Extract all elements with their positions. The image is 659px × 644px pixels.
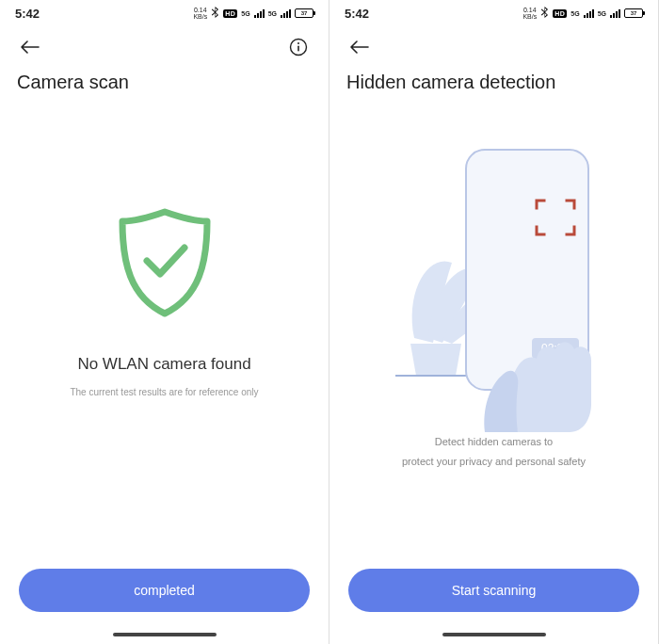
signal-icon-1	[254, 9, 265, 18]
back-button[interactable]	[17, 34, 43, 60]
nav-spacer	[615, 34, 641, 60]
info-icon	[289, 38, 308, 56]
network-label-1: 5G	[241, 10, 249, 17]
status-time: 5:42	[15, 7, 40, 21]
start-scanning-button[interactable]: Start scanning	[348, 569, 639, 612]
back-button[interactable]	[346, 34, 373, 60]
hd-icon: HD	[553, 9, 567, 18]
detection-illustration: 02:36	[377, 121, 612, 432]
arrow-left-icon	[21, 40, 40, 54]
detect-line-1: Detect hidden cameras to	[402, 432, 586, 452]
battery-icon: 37	[624, 8, 643, 18]
home-indicator[interactable]	[113, 633, 217, 636]
network-label-2: 5G	[598, 10, 606, 17]
network-label-1: 5G	[571, 10, 579, 17]
info-button[interactable]	[285, 34, 312, 60]
detect-line-2: protect your privacy and personal safety	[402, 452, 586, 472]
content-area: 02:36 Detect hidden cameras to protect y…	[330, 93, 658, 644]
phone-left: 5:42 0.14KB/s HD 5G 5G 37	[0, 0, 330, 644]
hd-icon: HD	[223, 9, 237, 18]
completed-button[interactable]: completed	[19, 569, 310, 612]
arrow-left-icon	[350, 40, 369, 54]
phone-right: 5:42 0.14KB/s HD 5G 5G 37 Hidden camera …	[330, 0, 659, 644]
signal-icon-2	[610, 9, 620, 18]
status-time: 5:42	[345, 7, 369, 21]
page-title: Camera scan	[0, 68, 329, 93]
status-bar: 5:42 0.14KB/s HD 5G 5G 37	[330, 0, 658, 26]
svg-rect-2	[297, 46, 299, 52]
home-indicator[interactable]	[442, 633, 546, 636]
detect-description: Detect hidden cameras to protect your pr…	[402, 432, 586, 472]
status-right: 0.14KB/s HD 5G 5G 37	[522, 7, 643, 20]
nav-row	[0, 26, 329, 68]
status-right: 0.14KB/s HD 5G 5G 37	[193, 7, 313, 20]
data-rate: 0.14KB/s	[522, 7, 537, 20]
bluetooth-icon	[540, 7, 549, 20]
shield-illustration	[113, 206, 217, 323]
svg-point-1	[297, 42, 299, 44]
content-area: No WLAN camera found The current test re…	[0, 93, 329, 644]
data-rate: 0.14KB/s	[193, 7, 207, 20]
battery-icon: 37	[295, 8, 313, 18]
status-bar: 5:42 0.14KB/s HD 5G 5G 37	[0, 0, 329, 26]
shield-check-icon	[113, 206, 217, 319]
result-text: No WLAN camera found	[77, 355, 250, 374]
signal-icon-1	[584, 9, 594, 18]
network-label-2: 5G	[268, 10, 277, 17]
nav-row	[330, 26, 658, 68]
bluetooth-icon	[211, 7, 219, 20]
signal-icon-2	[281, 9, 291, 18]
page-title: Hidden camera detection	[330, 68, 658, 93]
result-subtext: The current test results are for referen…	[70, 387, 258, 397]
